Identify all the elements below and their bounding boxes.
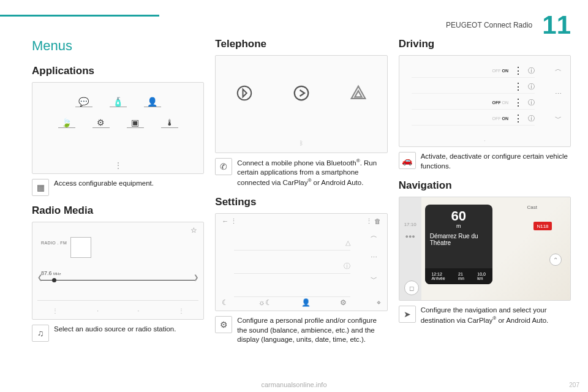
music-note-icon: ♫ [32,325,49,342]
app-icon: 👤 [144,96,161,107]
carplay-icon [292,84,311,107]
page-number: 207 [569,382,579,388]
menu-dots-icon: ⋮ [513,97,523,108]
trash-icon: ⋮ 🗑 [366,217,381,225]
app-icon: 🧴 [110,96,127,107]
watermark: carmanualsonline.info [0,381,588,388]
nav-distance-unit: m [430,223,488,229]
svg-point-0 [238,86,252,100]
radio-media-desc: Select an audio source or radio station. [54,325,204,334]
app-icon: 🌡 [161,117,178,128]
frequency-readout: 87.6 MHz [41,270,61,276]
gear-icon: ⚙ [340,298,347,307]
favorite-icon: ☆ [190,226,197,235]
chevron-down-icon: ﹀ [371,274,377,284]
phone-icon: ✆ [215,158,232,175]
app-icon: ⚙ [92,117,110,128]
info-icon: ⓘ [344,262,350,271]
chevron-down-icon: ﹀ [555,114,562,123]
app-icon: 🍃 [58,117,75,128]
info-icon: ⓘ [528,82,535,91]
info-icon: ⓘ [528,114,535,123]
compass-icon: ⌃ [549,254,562,266]
radio-media-heading: Radio Media [32,205,204,217]
clock-value: 17:10 [404,222,417,227]
ellipsis-icon: ⋯ [371,254,377,262]
nav-distance: 60 [430,209,488,223]
applications-desc: Access configurable equipment. [54,179,204,189]
applications-screenshot: 💬 🧴 👤 🍃 ⚙ ▣ 🌡 ⋮ [32,82,204,174]
app-icon: 💬 [75,96,92,107]
info-icon: ⓘ [528,66,535,75]
accent-rule [0,15,159,17]
chevron-up-icon: ︿ [555,64,562,74]
menu-dots-icon: ⋮ [513,65,523,77]
settings-desc: Configure a personal profile and/or conf… [237,316,387,345]
telephone-screenshot: ᛒ [215,55,387,153]
car-icon: 🚗 [399,152,416,169]
overflow-dots: ⋮ [32,161,203,170]
dots-icon: ●●● [405,233,415,239]
navigation-heading: Navigation [399,179,571,192]
next-icon: ❯ [194,274,198,281]
driving-screenshot: ︿ ⋯ ﹀ OFFON ⋮ ⓘ ⋮ ⓘ OFFON ⋮ ⓘ [399,55,571,147]
settings-screenshot: ← ⋮ ⋮ 🗑 ︿ ⋯ ﹀ △ ⓘ ☾ ☼☾ 👤 ⚙ ⌖ [215,213,387,311]
menu-dots-icon: ⋮ [513,81,523,92]
bluetooth-small-icon: ᛒ [216,140,386,146]
brightness-icon: ☼☾ [258,298,272,307]
stop-nav-icon: ◻ [404,281,419,295]
nav-instruction-card: 60 m Démarrez Rue du Théatre 12:12Arrivé… [425,205,492,284]
prev-icon: ❮ [37,274,42,281]
driving-desc: Activate, deactivate or configure certai… [421,152,571,171]
svg-point-1 [295,86,309,100]
column-2: Telephone ᛒ ✆ Connect [215,38,387,369]
running-header: PEUGEOT Connect Radio 11 [446,12,571,38]
nav-arrow-icon: ➤ [399,306,416,323]
chapter-number: 11 [542,12,571,38]
profile-icon: 👤 [301,298,311,307]
page-dot-icon: · [399,137,570,144]
column-3: Driving ︿ ⋯ ﹀ OFFON ⋮ ⓘ ⋮ ⓘ OFFON [399,38,571,369]
menu-dots-icon: ⋮ [52,307,58,314]
app-icon: ▣ [127,117,144,128]
gear-icon: ⚙ [215,316,232,333]
menu-dots-icon: ⋮ [178,307,184,314]
ellipsis-icon: ⋯ [555,90,562,98]
location-icon: ⌖ [377,298,381,307]
android-auto-icon [349,84,368,107]
tuning-slider [41,280,195,281]
grid-icon: ▦ [32,179,49,196]
chevron-up-icon: ︿ [371,231,377,240]
road-badge: N118 [533,222,552,230]
station-art-placeholder [70,237,91,258]
navigation-desc: Configure the navigation and select your… [421,306,571,325]
menus-heading: Menus [32,38,204,54]
page-dot-icon: · [137,307,139,314]
info-icon: ⓘ [528,98,535,107]
bluetooth-icon [235,84,254,107]
page-dot-icon: · [97,307,99,314]
warning-icon: △ [345,239,350,247]
menu-dots-icon: ⋮ [513,113,523,124]
map-poi-label: Cast [527,205,537,210]
radio-source-label: RADIO . FM [41,241,67,245]
navigation-screenshot: 17:10 ●●● 60 m Démarrez Rue du Théatre 1… [399,197,571,301]
header-title: PEUGEOT Connect Radio [446,21,532,29]
settings-heading: Settings [215,196,387,208]
night-mode-icon: ☾ [222,298,228,307]
column-1: Menus Applications 💬 🧴 👤 🍃 ⚙ ▣ 🌡 [32,38,204,369]
driving-heading: Driving [399,38,571,50]
nav-street: Démarrez Rue du Théatre [430,233,488,246]
frequency-unit: MHz [53,272,61,276]
radio-media-screenshot: ☆ RADIO . FM 87.6 MHz ❮ ❯ ⋮ · · ⋮ [32,222,204,320]
telephone-desc: Connect a mobile phone via Bluetooth®. R… [237,158,387,187]
back-icon: ← ⋮ [222,217,237,225]
telephone-heading: Telephone [215,38,387,50]
frequency-value: 87.6 [41,270,52,276]
applications-heading: Applications [32,65,204,77]
